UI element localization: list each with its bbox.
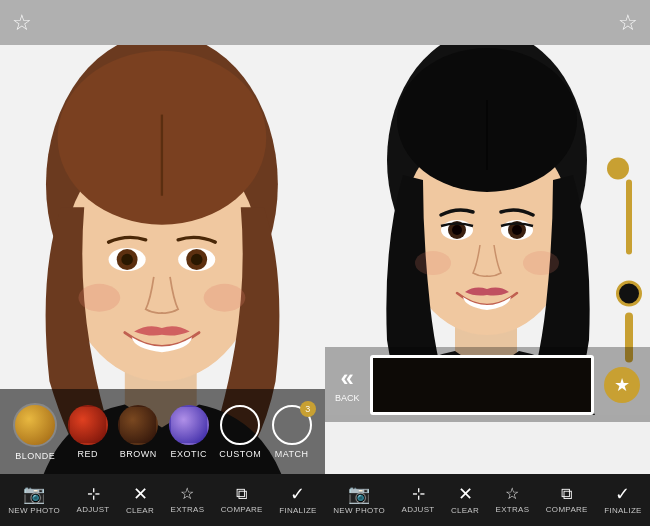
swatch-red[interactable]: RED xyxy=(68,405,108,459)
left-adjust-label: ADJUST xyxy=(77,505,110,514)
back-chevron-icon: « xyxy=(341,366,354,390)
right-new-photo-label: New Photo xyxy=(333,506,385,515)
left-toolbar: 📷 NEW PHOTO ⊹ ADJUST ✕ CLEAR ☆ EXTRAS ⧉ … xyxy=(0,474,325,526)
slider-tool-1[interactable] xyxy=(618,157,640,254)
right-toolbar-compare[interactable]: ⧉ COMPARE xyxy=(546,486,588,514)
right-compare-label: COMPARE xyxy=(546,505,588,514)
left-clear-label: CLEAR xyxy=(126,506,154,515)
back-button[interactable]: « BACK xyxy=(335,366,360,403)
right-photo-area: « BACK ★ xyxy=(325,45,650,474)
slider-track-1 xyxy=(626,179,632,254)
right-compare-icon: ⧉ xyxy=(561,486,572,502)
swatch-label-blonde: BLONDE xyxy=(15,451,55,461)
swatch-circle-exotic xyxy=(169,405,209,445)
left-toolbar-new-photo[interactable]: 📷 NEW PHOTO xyxy=(8,485,60,515)
swatch-label-custom: CUSTOM xyxy=(219,449,261,459)
right-toolbar-finalize[interactable]: ✓ FINALIZE xyxy=(604,485,642,515)
left-top-bar: ☆ xyxy=(0,0,325,45)
match-badge: 3 xyxy=(300,401,316,417)
right-slider-controls xyxy=(616,157,642,362)
right-toolbar: 📷 New Photo ⊹ ADJUST ✕ CLEAR ☆ EXTRAS ⧉ … xyxy=(325,474,650,526)
color-swatches-bar: BLONDE RED BROWN EXOTIC xyxy=(0,389,325,474)
left-new-photo-label: NEW PHOTO xyxy=(8,506,60,515)
svg-point-12 xyxy=(78,284,120,312)
left-finalize-label: FINALIZE xyxy=(279,506,317,515)
svg-point-22 xyxy=(452,225,462,235)
svg-point-27 xyxy=(523,251,559,275)
swatch-circle-brown xyxy=(118,405,158,445)
right-star-button[interactable]: ★ xyxy=(604,367,640,403)
right-toolbar-adjust[interactable]: ⊹ ADJUST xyxy=(402,486,435,514)
adjust-icon: ⊹ xyxy=(87,486,100,502)
compare-icon: ⧉ xyxy=(236,486,247,502)
finalize-icon: ✓ xyxy=(290,485,305,503)
right-toolbar-extras[interactable]: ☆ EXTRAS xyxy=(496,486,530,514)
right-finalize-label: FINALIZE xyxy=(604,506,642,515)
swatch-label-match: MATCH xyxy=(275,449,309,459)
clear-icon: ✕ xyxy=(133,485,148,503)
right-adjust-icon: ⊹ xyxy=(412,486,425,502)
slider-knob-top-1 xyxy=(607,157,629,179)
right-panel: ☆ xyxy=(325,0,650,526)
right-finalize-icon: ✓ xyxy=(615,485,630,503)
right-clear-label: CLEAR xyxy=(451,506,479,515)
swatch-circle-blonde xyxy=(13,403,57,447)
left-panel: ☆ xyxy=(0,0,325,526)
brush-head xyxy=(616,280,642,306)
swatch-blonde[interactable]: BLONDE xyxy=(13,403,57,461)
camera-icon: 📷 xyxy=(23,485,45,503)
swatch-custom[interactable]: CUSTOM xyxy=(219,405,261,459)
color-preview-box[interactable] xyxy=(370,355,594,415)
left-toolbar-compare[interactable]: ⧉ COMPARE xyxy=(221,486,263,514)
svg-point-26 xyxy=(415,251,451,275)
swatch-circle-red xyxy=(68,405,108,445)
swatch-label-brown: BROWN xyxy=(120,449,157,459)
swatch-match[interactable]: 3 MATCH xyxy=(272,405,312,459)
left-photo-area: BLONDE RED BROWN EXOTIC xyxy=(0,45,325,474)
swatch-exotic[interactable]: EXOTIC xyxy=(169,405,209,459)
swatch-label-red: RED xyxy=(78,449,99,459)
left-compare-label: COMPARE xyxy=(221,505,263,514)
right-toolbar-clear[interactable]: ✕ CLEAR xyxy=(451,485,479,515)
left-toolbar-extras[interactable]: ☆ EXTRAS xyxy=(171,486,205,514)
right-adjust-label: ADJUST xyxy=(402,505,435,514)
extras-star-icon: ☆ xyxy=(180,486,194,502)
main-area: ☆ xyxy=(0,0,650,526)
right-toolbar-new-photo[interactable]: 📷 New Photo xyxy=(333,485,385,515)
right-top-bar: ☆ xyxy=(325,0,650,45)
swatch-circle-custom xyxy=(220,405,260,445)
right-favorite-icon[interactable]: ☆ xyxy=(618,10,638,36)
left-extras-label: EXTRAS xyxy=(171,505,205,514)
svg-point-13 xyxy=(204,284,246,312)
back-label: BACK xyxy=(335,393,360,403)
swatch-brown[interactable]: BROWN xyxy=(118,405,158,459)
right-overlay-bar: « BACK ★ xyxy=(325,347,650,422)
right-extras-icon: ☆ xyxy=(505,486,519,502)
swatch-label-exotic: EXOTIC xyxy=(171,449,208,459)
svg-point-11 xyxy=(191,254,203,266)
svg-point-8 xyxy=(121,254,133,266)
left-toolbar-clear[interactable]: ✕ CLEAR xyxy=(126,485,154,515)
left-toolbar-finalize[interactable]: ✓ FINALIZE xyxy=(279,485,317,515)
right-camera-icon: 📷 xyxy=(348,485,370,503)
left-favorite-icon[interactable]: ☆ xyxy=(12,10,32,36)
left-toolbar-adjust[interactable]: ⊹ ADJUST xyxy=(77,486,110,514)
right-extras-label: EXTRAS xyxy=(496,505,530,514)
right-clear-icon: ✕ xyxy=(458,485,473,503)
svg-point-25 xyxy=(512,225,522,235)
